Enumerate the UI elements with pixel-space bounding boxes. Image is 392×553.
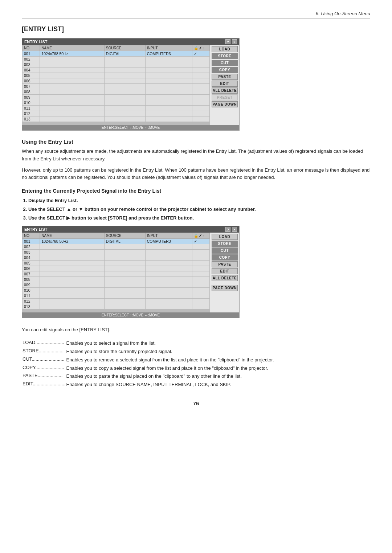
chapter-label: 6. Using On-Screen Menu (316, 11, 370, 16)
entry-list-table-area-1: NO. NAME SOURCE INPUT 🔒 ✗ ↑ 0011024x768 … (22, 45, 210, 125)
entry-table-2: NO. NAME SOURCE INPUT 🔒 ✗ ↑ 0011024x768 … (22, 233, 210, 310)
description-row: COPY......................Enables you to… (23, 365, 369, 372)
table-header-row-2: NO. NAME SOURCE INPUT 🔒 ✗ ↑ (23, 233, 210, 239)
desc-label: LOAD...................... (23, 340, 65, 347)
table-row[interactable]: 010 (23, 288, 210, 293)
table-row[interactable]: 013 (23, 304, 210, 310)
preset-button-1: PRESET (212, 94, 238, 101)
table-row[interactable]: 007 (23, 84, 210, 89)
store-button-2[interactable]: STORE (212, 241, 238, 247)
entry-list-table-area-2: NO. NAME SOURCE INPUT 🔒 ✗ ↑ 0011024x768 … (22, 233, 210, 312)
table-row[interactable]: 006 (23, 78, 210, 84)
paste-button-1[interactable]: PASTE (212, 74, 238, 80)
entry-list-title-text-1: ENTRY LIST (24, 40, 48, 44)
copy-button-2[interactable]: COPY (212, 254, 238, 261)
table-header-row-1: NO. NAME SOURCE INPUT 🔒 ✗ ↑ (23, 45, 210, 51)
table-row[interactable]: 0011024x768 50HzDIGITALCOMPUTER3✓ (23, 239, 210, 244)
desc-label: STORE................... (23, 348, 65, 356)
col-header-flag-1: 🔒 ✗ ↑ (192, 45, 209, 51)
table-row[interactable]: 003 (23, 250, 210, 255)
step-1: Display the Entry List. (28, 197, 370, 205)
table-row[interactable]: 011 (23, 293, 210, 299)
store-button-1[interactable]: STORE (212, 53, 238, 59)
entry-table-1: NO. NAME SOURCE INPUT 🔒 ✗ ↑ 0011024x768 … (22, 45, 210, 122)
table-row[interactable]: 004 (23, 67, 210, 73)
copy-button-1[interactable]: COPY (212, 67, 238, 73)
entry-list-widget-1: ENTRY LIST ? × NO. NAME SOURCE INPUT 🔒 ✗… (22, 38, 240, 131)
entry-list-body-1: NO. NAME SOURCE INPUT 🔒 ✗ ↑ 0011024x768 … (22, 45, 239, 125)
section-title: [ENTRY LIST] (22, 25, 370, 33)
help-icon-2[interactable]: ? (225, 227, 230, 232)
entry-list-footer-2: ENTER:SELECT ↕:MOVE ↔:MOVE (22, 312, 239, 318)
entry-list-titlebar-2: ENTRY LIST ? × (22, 226, 239, 233)
all-delete-button-1[interactable]: ALL DELETE (212, 87, 238, 94)
edit-button-2[interactable]: EDIT (212, 268, 238, 274)
table-row[interactable]: 008 (23, 89, 210, 95)
description-row: EDIT.........................Enables you… (23, 381, 369, 389)
close-icon-1[interactable]: × (232, 39, 237, 44)
load-button-2[interactable]: LOAD (212, 234, 238, 240)
desc-label: COPY...................... (23, 365, 65, 372)
page-down-button-2[interactable]: PAGE DOWN (212, 285, 238, 291)
table-row[interactable]: 010 (23, 100, 210, 106)
table-row[interactable]: 005 (23, 73, 210, 78)
col-header-source-2: SOURCE (104, 233, 145, 239)
desc-text: Enables you to store the currently proje… (66, 348, 369, 356)
all-delete-button-2[interactable]: ALL DELETE (212, 275, 238, 281)
help-icon-1[interactable]: ? (225, 39, 230, 44)
cut-button-2[interactable]: CUT (212, 247, 238, 254)
col-header-input-1: INPUT (145, 45, 192, 51)
scrollbar-1[interactable] (22, 122, 210, 125)
entering-signal-title: Entering the Currently Projected Signal … (22, 188, 370, 194)
entry-list-body-2: NO. NAME SOURCE INPUT 🔒 ✗ ↑ 0011024x768 … (22, 233, 239, 312)
using-entry-list-para2: However, only up to 100 patterns can be … (22, 167, 370, 182)
entry-list-sidebar-2: LOAD STORE CUT COPY PASTE EDIT ALL DELET… (210, 233, 239, 312)
desc-text: Enables you to remove a selected signal … (66, 356, 369, 364)
table-row[interactable]: 013 (23, 116, 210, 122)
table-row[interactable]: 011 (23, 106, 210, 111)
edit-button-1[interactable]: EDIT (212, 81, 238, 87)
load-button-1[interactable]: LOAD (212, 46, 238, 52)
description-row: CUT.........................Enables you … (23, 356, 369, 364)
col-header-input-2: INPUT (145, 233, 192, 239)
descriptions-table: LOAD......................Enables you to… (22, 339, 370, 389)
description-row: STORE...................Enables you to s… (23, 348, 369, 356)
table-row[interactable]: 0011024x768 50HzDIGITALCOMPUTER3✓ (23, 51, 210, 57)
scrollbar-2[interactable] (22, 310, 210, 312)
table-row[interactable]: 012 (23, 299, 210, 304)
description-row: PASTE...................Enables you to p… (23, 373, 369, 380)
table-row[interactable]: 009 (23, 95, 210, 100)
entry-list-footer-1: ENTER:SELECT ↕:MOVE ↔:MOVE (22, 125, 239, 130)
cut-button-1[interactable]: CUT (212, 60, 238, 66)
titlebar-icons-1: ? × (225, 39, 237, 44)
table-row[interactable]: 002 (23, 57, 210, 62)
page-down-button-1[interactable]: PAGE DOWN (212, 101, 238, 107)
table-row[interactable]: 012 (23, 111, 210, 116)
entry-list-widget-2: ENTRY LIST ? × NO. NAME SOURCE INPUT 🔒 ✗… (22, 226, 240, 318)
desc-label: CUT......................... (23, 356, 65, 364)
table-row[interactable]: 005 (23, 261, 210, 266)
table-row[interactable]: 002 (23, 244, 210, 250)
table-row[interactable]: 008 (23, 277, 210, 282)
using-entry-list-title: Using the Entry List (22, 139, 370, 145)
using-entry-list-para1: When any source adjustments are made, th… (22, 148, 370, 163)
col-header-flag-2: 🔒 ✗ ↑ (192, 233, 209, 239)
table-row[interactable]: 004 (23, 255, 210, 261)
col-header-no-2: NO. (23, 233, 40, 239)
col-header-name-2: NAME (40, 233, 104, 239)
table-row[interactable]: 007 (23, 271, 210, 277)
close-icon-2[interactable]: × (232, 227, 237, 232)
description-row: LOAD......................Enables you to… (23, 340, 369, 347)
table-row[interactable]: 003 (23, 62, 210, 67)
paste-button-2[interactable]: PASTE (212, 261, 238, 267)
entry-list-title-text-2: ENTRY LIST (24, 227, 48, 232)
desc-text: Enables you to change SOURCE NAME, INPUT… (66, 381, 369, 389)
entering-signal-steps: Display the Entry List. Use the SELECT ▲… (28, 197, 370, 222)
page-number: 76 (22, 400, 370, 406)
table-row[interactable]: 009 (23, 282, 210, 288)
col-header-name-1: NAME (40, 45, 104, 51)
titlebar-icons-2: ? × (225, 227, 237, 232)
table-row[interactable]: 006 (23, 266, 210, 271)
page-header: 6. Using On-Screen Menu (22, 11, 370, 19)
edit-signals-text: You can edit signals on the [ENTRY LIST]… (22, 326, 370, 334)
